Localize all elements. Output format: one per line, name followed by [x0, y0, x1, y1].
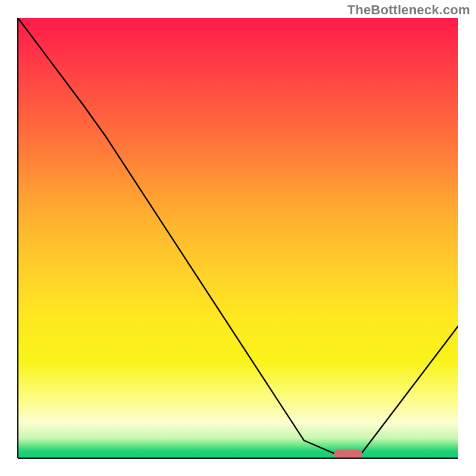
- plot-area: [18, 18, 458, 458]
- optimal-point-marker: [334, 449, 362, 458]
- bottleneck-curve: [18, 18, 458, 458]
- watermark-text: TheBottleneck.com: [347, 2, 470, 18]
- y-axis-line: [17, 18, 18, 458]
- chart-container: TheBottleneck.com: [0, 0, 476, 476]
- x-axis-line: [18, 458, 458, 459]
